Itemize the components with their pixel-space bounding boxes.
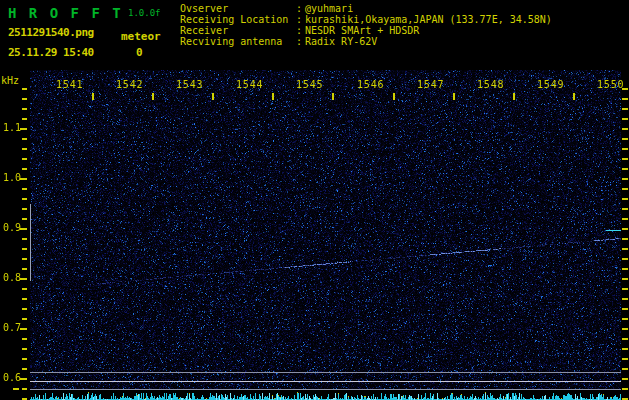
output-filename: 2511291540.png: [8, 26, 94, 39]
freq-major-tick: [20, 178, 27, 180]
freq-tick-label: 0.7: [3, 322, 21, 334]
info-separator: :: [296, 3, 305, 14]
info-separator: :: [296, 25, 305, 36]
info-label: Receiving Location: [180, 14, 296, 25]
right-minor-tick: [622, 248, 628, 250]
freq-minor-tick: [22, 388, 27, 390]
freq-major-tick: [20, 378, 27, 380]
info-separator: :: [296, 36, 305, 47]
right-minor-tick: [622, 118, 628, 120]
right-minor-tick: [622, 178, 628, 180]
right-minor-tick: [622, 328, 628, 330]
right-minor-tick: [622, 278, 628, 280]
right-minor-tick: [622, 128, 628, 130]
freq-minor-tick: [22, 108, 27, 110]
right-minor-tick: [622, 288, 628, 290]
freq-minor-tick: [22, 88, 27, 90]
right-minor-tick: [622, 318, 628, 320]
freq-minor-tick: [22, 158, 27, 160]
frequency-unit-label: kHz: [1, 75, 19, 86]
right-minor-tick: [622, 138, 628, 140]
right-minor-tick: [622, 158, 628, 160]
freq-minor-tick: [22, 98, 27, 100]
freq-minor-tick: [22, 248, 27, 250]
info-value: Radix RY-62V: [305, 36, 377, 47]
right-minor-tick: [622, 348, 628, 350]
freq-tick-label: 0.8: [3, 272, 21, 284]
right-minor-tick: [622, 108, 628, 110]
freq-minor-tick: [22, 368, 27, 370]
right-minor-tick: [622, 368, 628, 370]
info-value: NESDR SMArt + HDSDR: [305, 25, 419, 36]
info-separator: :: [296, 14, 305, 25]
freq-minor-tick: [22, 288, 27, 290]
right-minor-tick: [622, 308, 628, 310]
meteor-count-value: 0: [136, 46, 143, 59]
app-title: H R O F F T: [8, 5, 123, 21]
right-minor-tick: [622, 258, 628, 260]
right-minor-tick: [622, 238, 628, 240]
freq-minor-tick: [22, 268, 27, 270]
freq-major-tick: [20, 228, 27, 230]
freq-minor-tick: [22, 188, 27, 190]
info-row-receiver: Receiver:NESDR SMArt + HDSDR: [180, 25, 552, 36]
freq-minor-tick: [22, 258, 27, 260]
right-minor-tick: [622, 298, 628, 300]
hrofft-window: H R O F F T 1.0.0f 2511291540.png meteor…: [0, 0, 629, 400]
right-minor-tick: [622, 268, 628, 270]
info-label: Recviving antenna: [180, 36, 296, 47]
freq-major-tick: [20, 128, 27, 130]
info-label: Receiver: [180, 25, 296, 36]
right-minor-tick: [622, 218, 628, 220]
meteor-count-label: meteor: [121, 30, 161, 43]
info-value: kurashiki,Okayama,JAPAN (133.77E, 34.58N…: [305, 14, 552, 25]
freq-minor-tick: [22, 318, 27, 320]
freq-tick-label: 0.6: [3, 372, 21, 384]
freq-tick-label: 1.0: [3, 172, 21, 184]
right-minor-tick: [622, 208, 628, 210]
right-minor-tick: [622, 388, 628, 390]
spectrogram-canvas: [30, 70, 621, 400]
right-minor-tick: [622, 188, 628, 190]
right-minor-tick: [622, 378, 628, 380]
info-row-antenna: Recviving antenna:Radix RY-62V: [180, 36, 552, 47]
info-value: @yuhmari: [305, 3, 353, 14]
freq-minor-tick: [22, 138, 27, 140]
freq-minor-tick: [22, 298, 27, 300]
freq-minor-tick: [22, 218, 27, 220]
info-row-location: Receiving Location:kurashiki,Okayama,JAP…: [180, 14, 552, 25]
freq-minor-tick: [22, 308, 27, 310]
baseline-marker: [13, 388, 19, 390]
right-minor-tick: [622, 338, 628, 340]
right-minor-tick: [622, 98, 628, 100]
freq-minor-tick: [22, 358, 27, 360]
freq-minor-tick: [22, 208, 27, 210]
freq-minor-tick: [22, 118, 27, 120]
freq-minor-tick: [22, 168, 27, 170]
observer-info: Ovserver:@yuhmari Receiving Location:kur…: [180, 3, 552, 47]
freq-minor-tick: [22, 148, 27, 150]
info-row-observer: Ovserver:@yuhmari: [180, 3, 552, 14]
right-minor-tick: [622, 228, 628, 230]
freq-major-tick: [20, 328, 27, 330]
right-minor-tick: [622, 358, 628, 360]
info-label: Ovserver: [180, 3, 296, 14]
right-minor-tick: [622, 148, 628, 150]
freq-minor-tick: [22, 348, 27, 350]
freq-minor-tick: [22, 338, 27, 340]
freq-tick-label: 1.1: [3, 122, 21, 134]
freq-tick-label: 0.9: [3, 222, 21, 234]
right-minor-tick: [622, 168, 628, 170]
current-datetime: 25.11.29 15:40: [8, 46, 94, 59]
freq-major-tick: [20, 278, 27, 280]
right-minor-tick: [622, 198, 628, 200]
freq-minor-tick: [22, 198, 27, 200]
app-version: 1.0.0f: [128, 8, 161, 18]
right-minor-tick: [622, 88, 628, 90]
freq-minor-tick: [22, 238, 27, 240]
